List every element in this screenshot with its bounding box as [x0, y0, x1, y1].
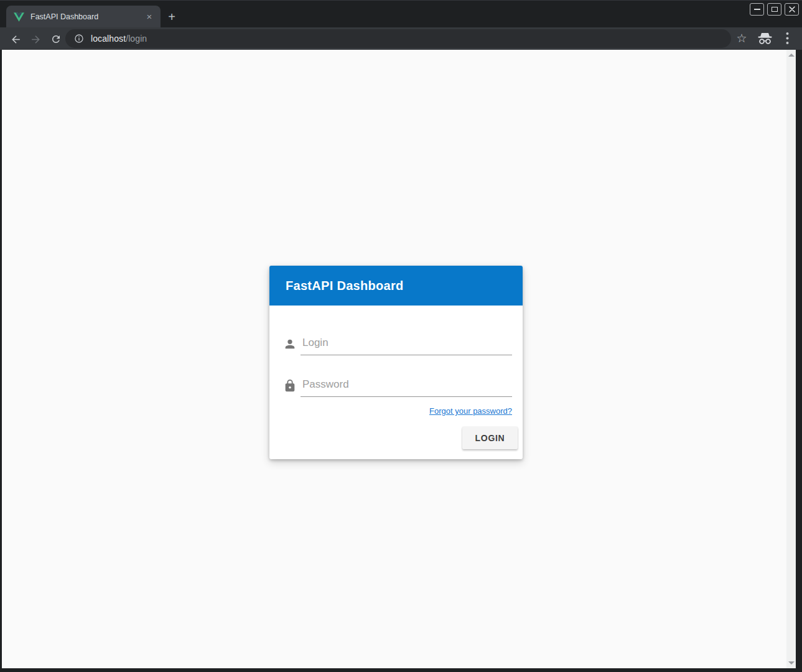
url-text: localhost/login	[91, 34, 147, 44]
minimize-button[interactable]	[750, 3, 764, 16]
forward-arrow-icon	[30, 34, 42, 45]
window-controls	[750, 3, 799, 16]
page-content: FastAPI Dashboard Forgot your passwo	[2, 50, 796, 668]
new-tab-button[interactable]: +	[163, 8, 180, 26]
minimize-icon	[754, 9, 760, 10]
address-bar[interactable]: localhost/login	[65, 29, 731, 48]
bookmark-button[interactable]: ☆	[735, 30, 748, 46]
browser-toolbar: localhost/login ☆	[0, 27, 802, 50]
url-host: localhost	[91, 34, 126, 44]
forward-button[interactable]	[29, 32, 42, 46]
forgot-password-link[interactable]: Forgot your password?	[429, 406, 512, 416]
close-button[interactable]	[785, 3, 799, 16]
star-icon: ☆	[736, 31, 747, 45]
browser-window: FastAPI Dashboard × +	[0, 0, 802, 672]
scrollbar-down-arrow-icon[interactable]	[788, 661, 795, 665]
incognito-badge	[757, 32, 773, 47]
login-button[interactable]: LOGIN	[462, 427, 518, 449]
login-card-body: Forgot your password? LOGIN	[269, 306, 523, 459]
browser-titlebar: FastAPI Dashboard × +	[0, 0, 802, 27]
login-card-title: FastAPI Dashboard	[286, 279, 404, 293]
tab-title: FastAPI Dashboard	[30, 12, 143, 21]
vue-logo-icon	[14, 12, 24, 22]
maximize-button[interactable]	[767, 3, 781, 16]
login-card-header: FastAPI Dashboard	[269, 266, 523, 306]
login-input[interactable]	[301, 337, 512, 355]
login-button-row: LOGIN	[274, 427, 518, 449]
lock-icon	[283, 379, 297, 393]
incognito-icon	[757, 32, 773, 45]
person-icon	[283, 337, 297, 351]
page-scrollbar[interactable]	[786, 50, 796, 668]
back-button[interactable]	[9, 32, 22, 46]
password-input[interactable]	[301, 378, 512, 397]
url-path: /login	[126, 34, 147, 44]
password-field-row	[283, 370, 512, 397]
info-icon	[74, 34, 84, 44]
back-arrow-icon	[10, 34, 22, 45]
browser-menu-button[interactable]	[782, 32, 792, 45]
reload-icon	[50, 34, 62, 45]
kebab-menu-icon	[786, 32, 789, 45]
close-icon	[789, 6, 795, 12]
tab-close-icon[interactable]: ×	[143, 11, 156, 23]
maximize-icon	[772, 7, 778, 12]
browser-tab[interactable]: FastAPI Dashboard ×	[6, 6, 161, 28]
reload-button[interactable]	[49, 32, 63, 46]
login-field-row	[283, 328, 512, 355]
forgot-password-row: Forgot your password?	[280, 405, 512, 416]
scrollbar-up-arrow-icon[interactable]	[788, 54, 795, 57]
login-card: FastAPI Dashboard Forgot your passwo	[269, 266, 523, 459]
